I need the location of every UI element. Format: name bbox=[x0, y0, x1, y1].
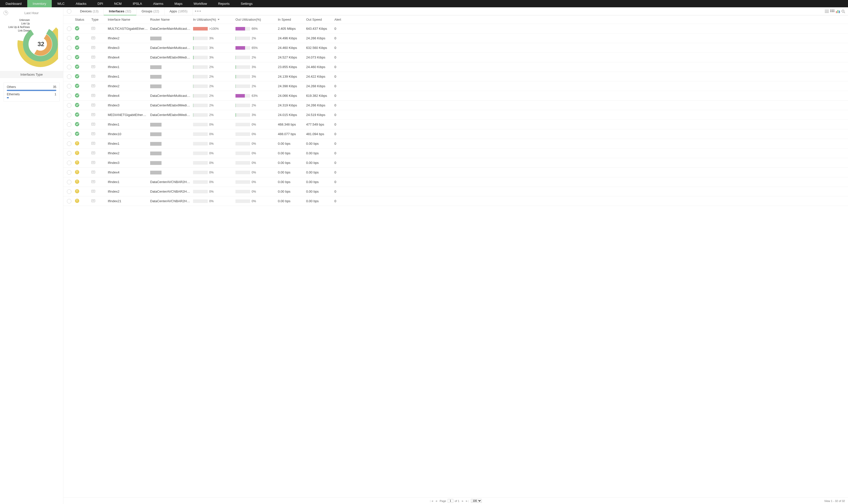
nav-reports[interactable]: Reports bbox=[212, 0, 235, 7]
nav-workflow[interactable]: Workflow bbox=[188, 0, 212, 7]
table-row[interactable]: IfIndex21DataCenterAVCNBAR2HTTP...0%0%0.… bbox=[63, 196, 848, 206]
table-row[interactable]: IfIndex10%0%468.348 bps477.549 bps0 bbox=[63, 120, 848, 129]
in-utilization: 2% bbox=[193, 85, 236, 88]
row-select[interactable] bbox=[67, 84, 71, 89]
th-type[interactable]: Type bbox=[91, 18, 108, 21]
alert-count: 0 bbox=[334, 55, 352, 59]
pager-next[interactable]: ▶ bbox=[461, 499, 464, 503]
pager-prev[interactable]: ◀ bbox=[435, 499, 438, 503]
table-row[interactable]: IfIndex2DataCenterAVCNBAR2HTTP...0%0%0.0… bbox=[63, 187, 848, 196]
tab-groups[interactable]: Groups (22) bbox=[137, 7, 165, 15]
nav-attacks[interactable]: Attacks bbox=[70, 0, 92, 7]
row-select[interactable] bbox=[67, 46, 71, 50]
th-ifname[interactable]: Interface Name bbox=[108, 18, 150, 21]
table-row[interactable]: IfIndex12%3%24.139 Kibps24.422 Kibps0 bbox=[63, 72, 848, 82]
nav-ncm[interactable]: NCM bbox=[108, 0, 127, 7]
row-select[interactable] bbox=[67, 103, 71, 108]
status-ok-icon bbox=[75, 112, 79, 117]
row-select[interactable] bbox=[67, 65, 71, 69]
tab-interfaces[interactable]: Interfaces (32) bbox=[104, 7, 137, 15]
row-select[interactable] bbox=[67, 132, 71, 137]
table-row[interactable]: IfIndex10%0%0.00 bps0.00 bps0 bbox=[63, 139, 848, 148]
type-count: 35 bbox=[53, 85, 56, 89]
table-row[interactable]: IfIndex3DataCenterMElabv9Mediane...2%2%2… bbox=[63, 101, 848, 110]
interface-name: IfIndex1 bbox=[108, 123, 150, 126]
row-select[interactable] bbox=[67, 55, 71, 60]
tab-apps[interactable]: Apps (1855) bbox=[165, 7, 193, 15]
svg-rect-13 bbox=[836, 11, 837, 13]
table-row[interactable]: MEDIANETGigabitEthernetm...DataCenterMEl… bbox=[63, 110, 848, 120]
row-select[interactable] bbox=[67, 151, 71, 156]
row-select[interactable] bbox=[67, 180, 71, 184]
table-row[interactable]: IfIndex4DataCenterMainMulticast.m...2%63… bbox=[63, 91, 848, 101]
table-row[interactable]: IfIndex4DataCenterMElabv9Mediane...3%2%2… bbox=[63, 53, 848, 62]
table-row[interactable]: IfIndex1DataCenterAVCNBAR2HTTP...0%0%0.0… bbox=[63, 177, 848, 187]
router-placeholder bbox=[150, 65, 161, 69]
row-select[interactable] bbox=[67, 141, 71, 146]
tab-label: Groups bbox=[142, 9, 153, 13]
th-status[interactable]: Status bbox=[75, 18, 91, 21]
table-row[interactable]: IfIndex100%0%488.077 bps481.094 bps0 bbox=[63, 129, 848, 139]
chart-view-icon[interactable] bbox=[836, 10, 840, 13]
more-menu[interactable]: ••• bbox=[193, 7, 204, 15]
pager-size-select[interactable]: 100 bbox=[471, 499, 482, 503]
pager-page-input[interactable] bbox=[448, 499, 453, 503]
nav-dpi[interactable]: DPI bbox=[92, 0, 109, 7]
nav-dashboard[interactable]: Dashboard bbox=[0, 0, 27, 7]
row-select[interactable] bbox=[67, 161, 71, 165]
th-oututil[interactable]: Out Utilization(%) bbox=[236, 18, 278, 21]
row-select[interactable] bbox=[67, 199, 71, 203]
select-all[interactable] bbox=[63, 7, 75, 15]
nav-settings[interactable]: Settings bbox=[235, 0, 258, 7]
interface-name: IfIndex4 bbox=[108, 55, 150, 59]
view-tools bbox=[825, 7, 846, 15]
nav-inventory[interactable]: Inventory bbox=[27, 0, 52, 7]
th-alert[interactable]: Alert bbox=[334, 18, 352, 21]
nav-maps[interactable]: Maps bbox=[169, 0, 188, 7]
in-utilization: 3% bbox=[193, 56, 236, 59]
search-icon[interactable] bbox=[842, 10, 846, 13]
table-row[interactable]: IfIndex12%3%23.855 Kibps24.460 Kibps0 bbox=[63, 62, 848, 72]
type-row[interactable]: Ethernets1 bbox=[7, 92, 56, 96]
nav-alarms[interactable]: Alarms bbox=[148, 0, 169, 7]
row-select[interactable] bbox=[67, 122, 71, 127]
row-select[interactable] bbox=[67, 93, 71, 98]
table-row[interactable]: IfIndex40%0%0.00 bps0.00 bps0 bbox=[63, 168, 848, 177]
row-select[interactable] bbox=[67, 190, 71, 194]
th-router[interactable]: Router Name bbox=[150, 18, 193, 21]
nav-ipsla[interactable]: IPSLA bbox=[127, 0, 148, 7]
table-row[interactable]: IfIndex23%2%24.496 Kibps24.266 Kibps0 bbox=[63, 34, 848, 43]
th-inutil[interactable]: In Utilization(%) bbox=[193, 18, 236, 21]
alert-count: 0 bbox=[334, 36, 352, 40]
in-utilization: 0% bbox=[193, 199, 236, 203]
interface-type-icon bbox=[91, 132, 95, 135]
nav-wlc[interactable]: WLC bbox=[52, 0, 70, 7]
th-inspeed[interactable]: In Speed bbox=[278, 18, 306, 21]
alert-count: 0 bbox=[334, 27, 352, 31]
tab-count: (32) bbox=[125, 9, 131, 13]
table-row[interactable]: IfIndex30%0%0.00 bps0.00 bps0 bbox=[63, 158, 848, 168]
table-row[interactable]: IfIndex20%0%0.00 bps0.00 bps0 bbox=[63, 148, 848, 158]
th-outspeed[interactable]: Out Speed bbox=[306, 18, 334, 21]
status-warn-icon bbox=[75, 151, 79, 155]
row-select[interactable] bbox=[67, 113, 71, 117]
pager-last[interactable]: ▶❘ bbox=[466, 499, 469, 503]
table-row[interactable]: IfIndex3DataCenterMainMulticast.m...3%65… bbox=[63, 43, 848, 53]
row-select[interactable] bbox=[67, 26, 71, 31]
svg-rect-15 bbox=[839, 11, 840, 13]
type-row[interactable]: Others35 bbox=[7, 85, 56, 89]
table-row[interactable]: IfIndex22%2%24.398 Kibps24.268 Kibps0 bbox=[63, 82, 848, 91]
row-select[interactable] bbox=[67, 36, 71, 41]
out-speed: 24.519 Kibps bbox=[306, 113, 334, 117]
content: Devices (13)Interfaces (32)Groups (22)Ap… bbox=[63, 7, 848, 504]
time-range-label: Last Hour bbox=[24, 11, 39, 15]
row-select[interactable] bbox=[67, 170, 71, 175]
pager-first[interactable]: ❘◀ bbox=[430, 499, 433, 503]
row-select[interactable] bbox=[67, 74, 71, 79]
table-row[interactable]: MULTICASTGigabitEthernet...DataCenterMai… bbox=[63, 24, 848, 34]
out-speed: 24.266 Kibps bbox=[306, 36, 334, 40]
tab-devices[interactable]: Devices (13) bbox=[75, 7, 104, 15]
list-view-icon[interactable] bbox=[825, 10, 829, 13]
time-range[interactable]: Last Hour bbox=[0, 9, 63, 17]
grid-view-icon[interactable] bbox=[830, 10, 834, 13]
